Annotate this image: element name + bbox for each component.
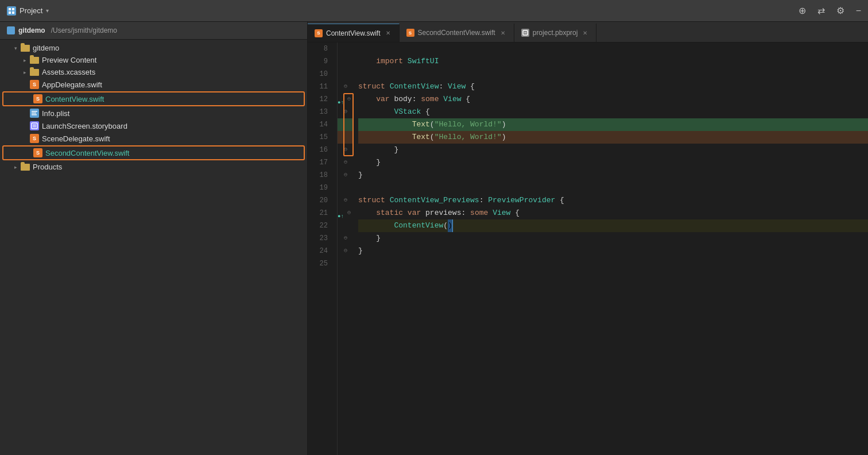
toolbar-actions: ⊕ ⇄ ⚙ − bbox=[799, 5, 861, 16]
code-text: : bbox=[479, 194, 489, 207]
fold-arrow-12[interactable]: ⊖ bbox=[347, 93, 351, 106]
code-editor[interactable]: 8 9 10 11 12 13 14 15 16 17 18 19 20 21 … bbox=[308, 43, 868, 455]
code-text: } bbox=[358, 144, 398, 156]
sidebar-item-scenedelegate[interactable]: S SceneDelegate.swift bbox=[0, 132, 307, 145]
code-text: { bbox=[466, 80, 475, 93]
code-line-16: } bbox=[358, 144, 868, 156]
settings-button[interactable]: ⚙ bbox=[836, 5, 844, 16]
sidebar-item-products[interactable]: Products bbox=[0, 161, 307, 173]
folder-icon bbox=[21, 164, 30, 171]
fold-arrow-11[interactable]: ⊖ bbox=[344, 80, 347, 93]
tab-secondcontentview[interactable]: S SecondContentView.swift ✕ bbox=[400, 24, 514, 42]
code-line-12: var body: some View { bbox=[358, 93, 868, 106]
code-text bbox=[439, 93, 443, 106]
gutter-22 bbox=[338, 219, 354, 232]
fold-arrow-13[interactable]: ⊖ bbox=[344, 106, 347, 118]
tab-label: project.pbxproj bbox=[533, 29, 578, 37]
gutter-16[interactable]: ⊖ bbox=[338, 144, 354, 156]
svg-rect-4 bbox=[32, 111, 37, 112]
code-text bbox=[390, 93, 394, 106]
sidebar-item-appdelegate[interactable]: S AppDelegate.swift bbox=[0, 78, 307, 91]
gutter-21[interactable]: ●↑ ⊖ bbox=[338, 207, 354, 219]
expand-arrow bbox=[21, 56, 29, 64]
sidebar-item-launchscreen[interactable]: LaunchScreen.storyboard bbox=[0, 119, 307, 132]
code-text: VStack bbox=[394, 106, 421, 118]
item-label: Preview Content bbox=[42, 56, 96, 64]
minimize-button[interactable]: − bbox=[856, 6, 861, 16]
code-line-15: Text("Hello, World!") bbox=[358, 131, 868, 144]
split-button[interactable]: ⇄ bbox=[817, 5, 825, 16]
sidebar-item-preview-content[interactable]: Preview Content bbox=[0, 54, 307, 66]
code-text: ) bbox=[502, 118, 506, 131]
code-text: static bbox=[376, 207, 403, 219]
gutter-23[interactable]: ⊖ bbox=[338, 232, 354, 245]
project-icon bbox=[7, 6, 16, 16]
line-num-11: 11 bbox=[308, 80, 332, 93]
fold-arrow-20[interactable]: ⊖ bbox=[344, 194, 347, 207]
sidebar-item-secondcontentview[interactable]: S SecondContentView.swift bbox=[2, 145, 305, 160]
tab-close-button[interactable]: ✕ bbox=[384, 29, 392, 37]
root-label: gitdemo bbox=[18, 26, 45, 34]
code-text: } bbox=[358, 232, 381, 245]
code-text: } bbox=[358, 169, 363, 182]
tab-close-button[interactable]: ✕ bbox=[581, 29, 589, 37]
code-text: struct bbox=[358, 194, 385, 207]
tab-close-button[interactable]: ✕ bbox=[499, 29, 507, 37]
gutter-20[interactable]: ⊖ bbox=[338, 194, 354, 207]
fold-arrow-23[interactable]: ⊖ bbox=[344, 232, 347, 245]
item-label: gitdemo bbox=[33, 44, 59, 52]
tab-contentview[interactable]: S ContentView.swift ✕ bbox=[308, 24, 400, 42]
project-selector[interactable]: Project ▾ bbox=[7, 6, 49, 16]
tab-pbxproj[interactable]: project.pbxproj ✕ bbox=[514, 24, 597, 42]
gutter-18[interactable]: ⊖ bbox=[338, 169, 354, 182]
fold-arrow-24[interactable]: ⊖ bbox=[344, 245, 347, 257]
code-line-10 bbox=[358, 68, 868, 80]
code-line-22[interactable]: ContentView() bbox=[358, 219, 868, 232]
code-text: "Hello, World!" bbox=[435, 118, 502, 131]
gutter-17[interactable]: ⊖ bbox=[338, 156, 354, 169]
gutter-11[interactable]: ⊖ bbox=[338, 80, 354, 93]
line-num-24: 24 bbox=[308, 245, 332, 257]
gutter-12[interactable]: ●↑ ⊖ bbox=[338, 93, 354, 106]
swift-file-icon: S bbox=[30, 80, 39, 89]
line-num-20: 20 bbox=[308, 194, 332, 207]
fold-arrow-16[interactable]: ⊖ bbox=[344, 144, 347, 156]
sidebar-item-gitdemo[interactable]: gitdemo bbox=[0, 42, 307, 54]
code-line-11: struct ContentView: View { bbox=[358, 80, 868, 93]
item-label: AppDelegate.swift bbox=[42, 80, 102, 89]
sidebar-item-infoplist[interactable]: Info.plist bbox=[0, 107, 307, 119]
gutter-13[interactable]: ⊖ bbox=[338, 106, 354, 118]
code-text: ContentView bbox=[394, 219, 443, 232]
code-text: ( bbox=[430, 118, 435, 131]
cursor: ) bbox=[448, 219, 453, 232]
fold-arrow-18[interactable]: ⊖ bbox=[344, 169, 347, 182]
gutter-24[interactable]: ⊖ bbox=[338, 245, 354, 257]
sidebar-item-contentview[interactable]: S ContentView.swift bbox=[2, 91, 305, 106]
add-button[interactable]: ⊕ bbox=[799, 5, 806, 16]
code-text: { bbox=[462, 93, 471, 106]
code-text: ContentView_Previews bbox=[390, 194, 479, 207]
code-content[interactable]: import SwiftUI struct ContentView: View … bbox=[354, 43, 868, 455]
fold-arrow-17[interactable]: ⊖ bbox=[344, 156, 347, 169]
svg-rect-6 bbox=[32, 114, 37, 115]
gutter-19 bbox=[338, 182, 354, 194]
project-dropdown-arrow[interactable]: ▾ bbox=[46, 7, 49, 14]
code-text: } bbox=[358, 156, 381, 169]
code-text: var bbox=[408, 207, 421, 219]
sidebar-header: gitdemo /Users/jsmith/gitdemo bbox=[0, 22, 307, 40]
code-line-14: Text("Hello, World!") bbox=[358, 118, 868, 131]
line-num-22: 22 bbox=[308, 219, 332, 232]
line-num-12: 12 bbox=[308, 93, 332, 106]
code-text bbox=[385, 194, 390, 207]
code-text: previews bbox=[425, 207, 461, 219]
item-label: Info.plist bbox=[42, 109, 69, 118]
fold-arrow-21[interactable]: ⊖ bbox=[347, 207, 351, 219]
expand-arrow bbox=[11, 44, 20, 52]
line-num-10: 10 bbox=[308, 68, 332, 80]
sidebar-item-assets[interactable]: Assets.xcassets bbox=[0, 66, 307, 78]
code-text bbox=[488, 207, 493, 219]
code-text bbox=[403, 55, 408, 68]
item-label: LaunchScreen.storyboard bbox=[42, 122, 127, 130]
code-text: View bbox=[443, 93, 461, 106]
line-num-21: 21 bbox=[308, 207, 332, 219]
